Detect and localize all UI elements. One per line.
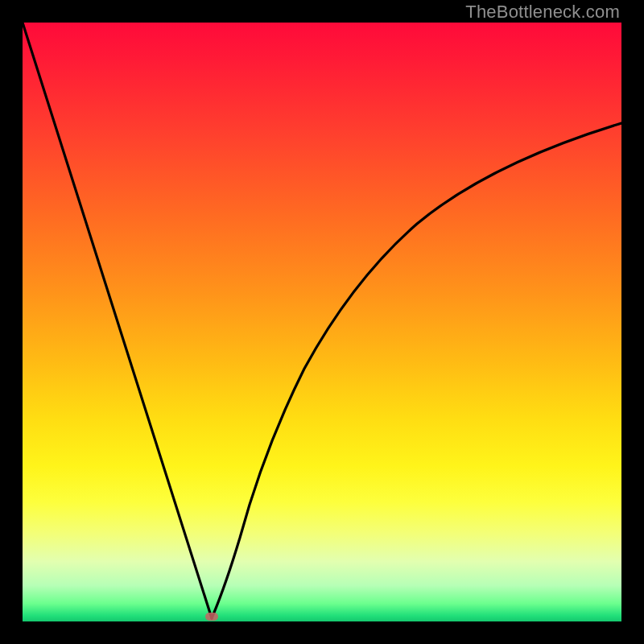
- curve-left-branch: [23, 23, 212, 618]
- bottleneck-curve: [23, 23, 621, 621]
- watermark-text: TheBottleneck.com: [465, 2, 620, 23]
- curve-right-branch: [212, 123, 621, 618]
- plot-area: [23, 23, 621, 621]
- chart-frame: TheBottleneck.com: [0, 0, 644, 644]
- vertex-marker: [205, 613, 218, 621]
